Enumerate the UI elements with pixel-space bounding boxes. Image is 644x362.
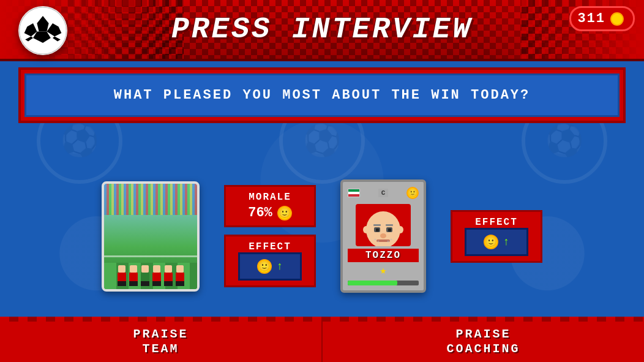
team-effect-box: EFFECT 🙂 ↑ — [224, 235, 316, 287]
effect-emoji-team: 🙂 — [257, 259, 272, 274]
main-content: MORALE 76% 🙂 EFFECT 🙂 ↑ C 🙂 — [0, 153, 644, 319]
morale-value: 76% 🙂 — [238, 205, 302, 221]
soccer-ball-icon — [18, 6, 67, 55]
crowd-area — [104, 184, 197, 216]
praise-coaching-button[interactable]: PRAISE COACHING — [323, 322, 644, 362]
svg-point-23 — [391, 239, 392, 241]
player-figure-5 — [163, 265, 173, 286]
question-text: WHAT PLEASED YOU MOST ABOUT THE WIN TODA… — [45, 88, 599, 103]
morale-emoji: 🙂 — [277, 206, 292, 221]
header-checkers-left — [61, 0, 184, 59]
player-effect-value: 🙂 ↑ — [465, 228, 528, 256]
player-effect-panel: EFFECT 🙂 ↑ — [451, 210, 542, 263]
player-figure-2 — [129, 265, 138, 286]
coin-counter: 311 — [569, 6, 635, 31]
effect-emoji-player: 🙂 — [484, 235, 498, 249]
effect-arrow-up-team: ↑ — [277, 260, 283, 273]
svg-point-20 — [375, 239, 376, 241]
player-star: ★ — [380, 263, 387, 277]
bottom-buttons: PRAISE TEAM PRAISE COACHING — [0, 319, 644, 362]
page-title: PRESS INTERVIEW — [171, 13, 473, 46]
coin-value: 311 — [577, 11, 605, 26]
team-card — [102, 181, 200, 292]
effect-arrow-up-player: ↑ — [503, 236, 510, 248]
svg-rect-18 — [373, 224, 381, 226]
team-effect-value: 🙂 ↑ — [238, 252, 302, 281]
svg-point-10 — [363, 226, 369, 233]
header: PRESS INTERVIEW — [0, 0, 644, 61]
player-figure-6 — [175, 265, 185, 286]
svg-point-22 — [388, 241, 389, 243]
player-flag — [348, 189, 360, 197]
player-position: C — [378, 189, 389, 197]
player-card: C 🙂 — [340, 179, 426, 293]
pixel-team — [104, 215, 197, 288]
morale-box: MORALE 76% 🙂 — [224, 185, 316, 227]
player-card-header: C 🙂 — [348, 187, 419, 199]
svg-point-21 — [378, 241, 380, 243]
team-effect-label: EFFECT — [238, 241, 302, 252]
svg-rect-19 — [386, 224, 393, 226]
svg-point-11 — [397, 226, 403, 233]
player-mood-icon: 🙂 — [406, 187, 419, 199]
svg-rect-14 — [376, 228, 379, 232]
player-effect-label: EFFECT — [465, 217, 528, 228]
player-figure-3 — [140, 265, 150, 286]
player-bar-fill — [348, 281, 397, 285]
coin-icon — [610, 12, 624, 26]
svg-point-16 — [380, 233, 386, 238]
praise-team-button[interactable]: PRAISE TEAM — [0, 322, 323, 362]
player-name: TOZZO — [348, 249, 419, 262]
team-stats-panel: MORALE 76% 🙂 EFFECT 🙂 ↑ — [224, 185, 316, 287]
player-figure-4 — [152, 265, 162, 286]
player-face — [356, 204, 411, 246]
player-stat-bar — [348, 281, 419, 285]
svg-rect-15 — [388, 228, 391, 232]
question-inner: WHAT PLEASED YOU MOST ABOUT THE WIN TODA… — [24, 74, 620, 117]
team-image — [104, 184, 197, 289]
question-box: WHAT PLEASED YOU MOST ABOUT THE WIN TODA… — [18, 67, 626, 123]
player-effect-box: EFFECT 🙂 ↑ — [451, 210, 542, 263]
player-figure-1 — [117, 265, 127, 286]
morale-label: MORALE — [238, 192, 302, 203]
